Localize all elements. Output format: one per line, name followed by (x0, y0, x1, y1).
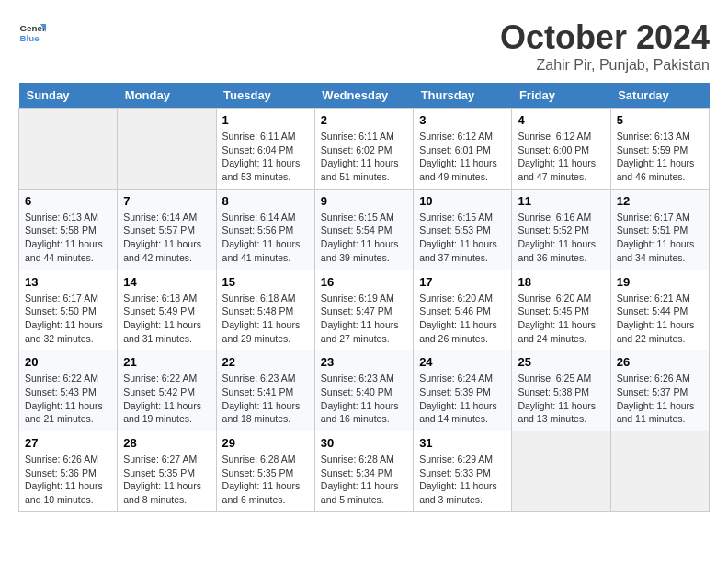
day-info: Sunrise: 6:24 AM Sunset: 5:39 PM Dayligh… (419, 372, 506, 426)
day-info: Sunrise: 6:28 AM Sunset: 5:35 PM Dayligh… (222, 453, 309, 507)
calendar-cell: 10Sunrise: 6:15 AM Sunset: 5:53 PM Dayli… (414, 189, 512, 270)
day-number: 30 (321, 436, 407, 450)
day-number: 4 (518, 113, 604, 127)
day-info: Sunrise: 6:23 AM Sunset: 5:41 PM Dayligh… (222, 372, 309, 426)
day-info: Sunrise: 6:11 AM Sunset: 6:04 PM Dayligh… (222, 130, 309, 184)
col-friday: Friday (512, 83, 610, 109)
calendar-cell: 28Sunrise: 6:27 AM Sunset: 5:35 PM Dayli… (118, 431, 216, 512)
calendar-header-row: Sunday Monday Tuesday Wednesday Thursday… (19, 83, 710, 109)
day-number: 17 (419, 275, 506, 289)
calendar-cell: 8Sunrise: 6:14 AM Sunset: 5:56 PM Daylig… (216, 189, 314, 270)
day-number: 27 (25, 436, 111, 450)
day-number: 20 (25, 355, 111, 369)
day-number: 14 (123, 275, 210, 289)
calendar-cell: 7Sunrise: 6:14 AM Sunset: 5:57 PM Daylig… (118, 189, 216, 270)
col-saturday: Saturday (610, 83, 709, 109)
calendar-cell (610, 431, 709, 512)
day-info: Sunrise: 6:20 AM Sunset: 5:45 PM Dayligh… (518, 292, 604, 346)
day-info: Sunrise: 6:15 AM Sunset: 5:53 PM Dayligh… (419, 211, 506, 265)
day-number: 26 (617, 355, 703, 369)
day-info: Sunrise: 6:22 AM Sunset: 5:42 PM Dayligh… (123, 372, 210, 426)
calendar-cell: 3Sunrise: 6:12 AM Sunset: 6:01 PM Daylig… (414, 109, 512, 190)
day-info: Sunrise: 6:28 AM Sunset: 5:34 PM Dayligh… (321, 453, 407, 507)
calendar-cell: 25Sunrise: 6:25 AM Sunset: 5:38 PM Dayli… (512, 350, 610, 431)
svg-text:Blue: Blue (20, 33, 40, 43)
day-number: 12 (617, 194, 703, 208)
day-number: 3 (419, 113, 506, 127)
calendar-cell: 6Sunrise: 6:13 AM Sunset: 5:58 PM Daylig… (19, 189, 118, 270)
day-info: Sunrise: 6:23 AM Sunset: 5:40 PM Dayligh… (321, 372, 407, 426)
calendar-cell: 30Sunrise: 6:28 AM Sunset: 5:34 PM Dayli… (314, 431, 413, 512)
calendar-cell: 21Sunrise: 6:22 AM Sunset: 5:42 PM Dayli… (118, 350, 216, 431)
calendar-cell (19, 109, 118, 190)
calendar-cell: 4Sunrise: 6:12 AM Sunset: 6:00 PM Daylig… (512, 109, 610, 190)
day-number: 21 (123, 355, 210, 369)
day-number: 6 (25, 194, 111, 208)
calendar-cell: 31Sunrise: 6:29 AM Sunset: 5:33 PM Dayli… (414, 431, 512, 512)
calendar-cell: 22Sunrise: 6:23 AM Sunset: 5:41 PM Dayli… (216, 350, 314, 431)
day-info: Sunrise: 6:18 AM Sunset: 5:48 PM Dayligh… (222, 292, 309, 346)
day-number: 2 (321, 113, 407, 127)
day-info: Sunrise: 6:26 AM Sunset: 5:37 PM Dayligh… (617, 372, 703, 426)
day-info: Sunrise: 6:25 AM Sunset: 5:38 PM Dayligh… (518, 372, 604, 426)
logo-icon: General Blue (18, 18, 46, 46)
location-subtitle: Zahir Pir, Punjab, Pakistan (500, 57, 710, 74)
calendar-cell: 15Sunrise: 6:18 AM Sunset: 5:48 PM Dayli… (216, 270, 314, 350)
day-number: 5 (617, 113, 703, 127)
calendar-cell (512, 431, 610, 512)
calendar-cell: 16Sunrise: 6:19 AM Sunset: 5:47 PM Dayli… (314, 270, 413, 350)
title-section: October 2024 Zahir Pir, Punjab, Pakistan (500, 18, 710, 74)
day-number: 8 (222, 194, 309, 208)
day-info: Sunrise: 6:22 AM Sunset: 5:43 PM Dayligh… (25, 372, 111, 426)
day-number: 29 (222, 436, 309, 450)
calendar-table: Sunday Monday Tuesday Wednesday Thursday… (18, 83, 710, 512)
calendar-cell: 20Sunrise: 6:22 AM Sunset: 5:43 PM Dayli… (19, 350, 118, 431)
col-monday: Monday (118, 83, 216, 109)
day-number: 15 (222, 275, 309, 289)
calendar-cell: 5Sunrise: 6:13 AM Sunset: 5:59 PM Daylig… (610, 109, 709, 190)
day-number: 28 (123, 436, 210, 450)
logo: General Blue (18, 18, 46, 46)
calendar-cell: 18Sunrise: 6:20 AM Sunset: 5:45 PM Dayli… (512, 270, 610, 350)
day-info: Sunrise: 6:15 AM Sunset: 5:54 PM Dayligh… (321, 211, 407, 265)
day-number: 18 (518, 275, 604, 289)
calendar-cell: 13Sunrise: 6:17 AM Sunset: 5:50 PM Dayli… (19, 270, 118, 350)
day-info: Sunrise: 6:27 AM Sunset: 5:35 PM Dayligh… (123, 453, 210, 507)
day-number: 22 (222, 355, 309, 369)
calendar-cell: 9Sunrise: 6:15 AM Sunset: 5:54 PM Daylig… (314, 189, 413, 270)
col-wednesday: Wednesday (314, 83, 413, 109)
day-number: 1 (222, 113, 309, 127)
calendar-cell: 23Sunrise: 6:23 AM Sunset: 5:40 PM Dayli… (314, 350, 413, 431)
day-number: 16 (321, 275, 407, 289)
day-info: Sunrise: 6:16 AM Sunset: 5:52 PM Dayligh… (518, 211, 604, 265)
month-title: October 2024 (500, 18, 710, 57)
calendar-week-row: 13Sunrise: 6:17 AM Sunset: 5:50 PM Dayli… (19, 270, 710, 350)
col-tuesday: Tuesday (216, 83, 314, 109)
day-info: Sunrise: 6:21 AM Sunset: 5:44 PM Dayligh… (617, 292, 703, 346)
calendar-week-row: 20Sunrise: 6:22 AM Sunset: 5:43 PM Dayli… (19, 350, 710, 431)
calendar-cell: 2Sunrise: 6:11 AM Sunset: 6:02 PM Daylig… (314, 109, 413, 190)
day-number: 10 (419, 194, 506, 208)
calendar-week-row: 6Sunrise: 6:13 AM Sunset: 5:58 PM Daylig… (19, 189, 710, 270)
day-number: 23 (321, 355, 407, 369)
day-info: Sunrise: 6:18 AM Sunset: 5:49 PM Dayligh… (123, 292, 210, 346)
calendar-cell: 24Sunrise: 6:24 AM Sunset: 5:39 PM Dayli… (414, 350, 512, 431)
day-info: Sunrise: 6:20 AM Sunset: 5:46 PM Dayligh… (419, 292, 506, 346)
calendar-cell: 17Sunrise: 6:20 AM Sunset: 5:46 PM Dayli… (414, 270, 512, 350)
day-number: 24 (419, 355, 506, 369)
day-info: Sunrise: 6:19 AM Sunset: 5:47 PM Dayligh… (321, 292, 407, 346)
day-info: Sunrise: 6:12 AM Sunset: 6:00 PM Dayligh… (518, 130, 604, 184)
day-info: Sunrise: 6:17 AM Sunset: 5:50 PM Dayligh… (25, 292, 111, 346)
day-number: 19 (617, 275, 703, 289)
day-info: Sunrise: 6:13 AM Sunset: 5:59 PM Dayligh… (617, 130, 703, 184)
day-number: 7 (123, 194, 210, 208)
page-header: General Blue October 2024 Zahir Pir, Pun… (18, 18, 710, 74)
day-info: Sunrise: 6:14 AM Sunset: 5:56 PM Dayligh… (222, 211, 309, 265)
day-number: 25 (518, 355, 604, 369)
col-thursday: Thursday (414, 83, 512, 109)
calendar-cell: 19Sunrise: 6:21 AM Sunset: 5:44 PM Dayli… (610, 270, 709, 350)
day-info: Sunrise: 6:12 AM Sunset: 6:01 PM Dayligh… (419, 130, 506, 184)
calendar-cell: 12Sunrise: 6:17 AM Sunset: 5:51 PM Dayli… (610, 189, 709, 270)
day-number: 11 (518, 194, 604, 208)
calendar-cell: 29Sunrise: 6:28 AM Sunset: 5:35 PM Dayli… (216, 431, 314, 512)
